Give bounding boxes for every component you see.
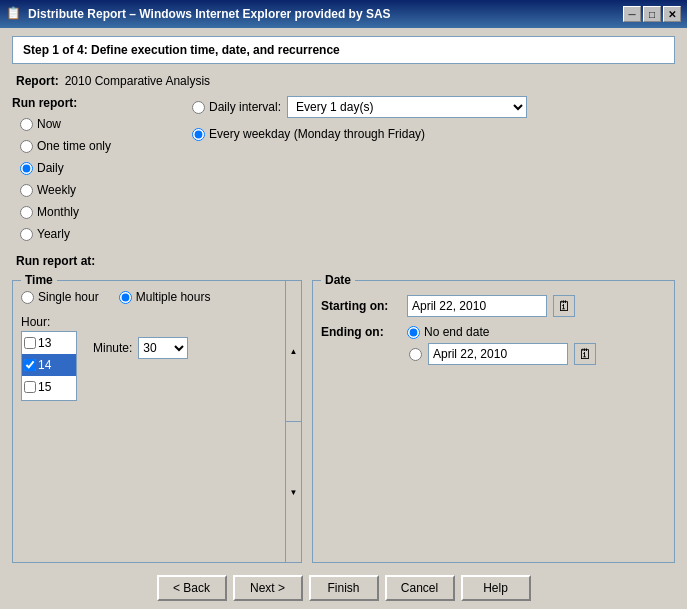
- minute-select[interactable]: 30 00 15 45: [138, 337, 188, 359]
- minute-label: Minute:: [93, 341, 132, 355]
- ending-date-row: 🗓: [409, 343, 596, 365]
- starting-row: Starting on: 🗓: [321, 295, 666, 317]
- weekday-label: Every weekday (Monday through Friday): [209, 127, 425, 141]
- hour-15-checkbox[interactable]: [24, 381, 36, 393]
- report-row: Report: 2010 Comparative Analysis: [12, 74, 675, 88]
- radio-no-end-input[interactable]: [407, 326, 420, 339]
- radio-single-hour[interactable]: Single hour: [21, 287, 99, 307]
- radio-daily-input[interactable]: [20, 162, 33, 175]
- time-group: Time Single hour Multiple hours Hour:: [12, 280, 302, 563]
- hour-item-15[interactable]: 15: [22, 376, 76, 398]
- report-label: Report:: [16, 74, 59, 88]
- radio-weekly-label: Weekly: [37, 183, 76, 197]
- hour-13-checkbox[interactable]: [24, 337, 36, 349]
- starting-date-input[interactable]: [407, 295, 547, 317]
- radio-weekly[interactable]: Weekly: [20, 180, 172, 200]
- radio-weekday-input[interactable]: [192, 128, 205, 141]
- cancel-button[interactable]: Cancel: [385, 575, 455, 601]
- radio-one-time[interactable]: One time only: [20, 136, 172, 156]
- run-report-radio-group: Now One time only Daily Weekly Monthly: [20, 114, 172, 244]
- hour-item-14[interactable]: 14: [22, 354, 76, 376]
- radio-daily[interactable]: Daily: [20, 158, 172, 178]
- radio-multiple-hours-input[interactable]: [119, 291, 132, 304]
- radio-monthly-label: Monthly: [37, 205, 79, 219]
- radio-one-time-label: One time only: [37, 139, 111, 153]
- radio-yearly-label: Yearly: [37, 227, 70, 241]
- weekday-interval-row: Every weekday (Monday through Friday): [192, 124, 675, 144]
- next-button[interactable]: Next >: [233, 575, 303, 601]
- finish-button[interactable]: Finish: [309, 575, 379, 601]
- radio-one-time-input[interactable]: [20, 140, 33, 153]
- daily-interval-select[interactable]: Every 1 day(s): [287, 96, 527, 118]
- back-button[interactable]: < Back: [157, 575, 227, 601]
- hour-15-value: 15: [38, 380, 51, 394]
- close-button[interactable]: ✕: [663, 6, 681, 22]
- ending-calendar-button[interactable]: 🗓: [574, 343, 596, 365]
- radio-weekly-input[interactable]: [20, 184, 33, 197]
- starting-calendar-button[interactable]: 🗓: [553, 295, 575, 317]
- radio-monthly[interactable]: Monthly: [20, 202, 172, 222]
- time-group-legend: Time: [21, 273, 57, 287]
- date-group-legend: Date: [321, 273, 355, 287]
- time-top-row: Single hour Multiple hours: [21, 287, 293, 307]
- footer: < Back Next > Finish Cancel Help: [12, 563, 675, 601]
- radio-monthly-input[interactable]: [20, 206, 33, 219]
- radio-yearly[interactable]: Yearly: [20, 224, 172, 244]
- maximize-button[interactable]: □: [643, 6, 661, 22]
- radio-now[interactable]: Now: [20, 114, 172, 134]
- hour-scroll-up[interactable]: ▲: [286, 281, 301, 422]
- daily-interval-label: Daily interval:: [209, 100, 281, 114]
- single-hour-label: Single hour: [38, 290, 99, 304]
- radio-now-label: Now: [37, 117, 61, 131]
- hour-scroll-down[interactable]: ▼: [286, 422, 301, 562]
- radio-end-date-input[interactable]: [409, 348, 422, 361]
- hour-list[interactable]: 13 14 15: [21, 331, 77, 401]
- hour-14-checkbox[interactable]: [24, 359, 36, 371]
- no-end-label: No end date: [424, 325, 489, 339]
- run-report-at-label: Run report at:: [12, 254, 675, 268]
- ending-row: Ending on: No end date 🗓: [321, 325, 666, 365]
- daily-interval-row: Daily interval: Every 1 day(s): [192, 96, 675, 118]
- radio-single-hour-input[interactable]: [21, 291, 34, 304]
- multiple-hours-label: Multiple hours: [136, 290, 211, 304]
- hour-scroll: ▲ ▼: [285, 281, 301, 562]
- hour-14-value: 14: [38, 358, 51, 372]
- radio-daily-interval-input[interactable]: [192, 101, 205, 114]
- step-header: Step 1 of 4: Define execution time, date…: [12, 36, 675, 64]
- interval-section: Daily interval: Every 1 day(s) Every wee…: [192, 96, 675, 244]
- title-bar-buttons: ─ □ ✕: [623, 6, 681, 22]
- radio-yearly-input[interactable]: [20, 228, 33, 241]
- ending-date-input[interactable]: [428, 343, 568, 365]
- run-report-section: Run report: Now One time only Daily Week…: [12, 96, 172, 244]
- radio-now-input[interactable]: [20, 118, 33, 131]
- step-header-text: Step 1 of 4: Define execution time, date…: [23, 43, 340, 57]
- ending-options: No end date 🗓: [407, 325, 596, 365]
- dialog-body: Step 1 of 4: Define execution time, date…: [0, 28, 687, 609]
- bottom-section: Time Single hour Multiple hours Hour:: [12, 274, 675, 563]
- title-bar: 📋 Distribute Report – Windows Internet E…: [0, 0, 687, 28]
- radio-no-end-date[interactable]: No end date: [407, 325, 596, 339]
- run-report-label: Run report:: [12, 96, 172, 110]
- app-icon: 📋: [6, 6, 22, 22]
- help-button[interactable]: Help: [461, 575, 531, 601]
- report-value: 2010 Comparative Analysis: [65, 74, 210, 88]
- radio-daily-interval[interactable]: Daily interval:: [192, 97, 281, 117]
- radio-weekday[interactable]: Every weekday (Monday through Friday): [192, 124, 425, 144]
- radio-daily-label: Daily: [37, 161, 64, 175]
- hour-item-13[interactable]: 13: [22, 332, 76, 354]
- starting-label: Starting on:: [321, 299, 401, 313]
- date-group: Date Starting on: 🗓 Ending on: No end da…: [312, 280, 675, 563]
- hour-list-container: 13 14 15 ▲: [21, 331, 77, 401]
- minimize-button[interactable]: ─: [623, 6, 641, 22]
- title-bar-text: Distribute Report – Windows Internet Exp…: [28, 7, 623, 21]
- hour-section: Hour: 13 14: [21, 315, 77, 401]
- hour-label: Hour:: [21, 315, 77, 329]
- top-section: Run report: Now One time only Daily Week…: [12, 96, 675, 244]
- time-bottom-row: Hour: 13 14: [21, 315, 293, 401]
- minute-section: Minute: 30 00 15 45: [93, 337, 188, 359]
- hour-13-value: 13: [38, 336, 51, 350]
- ending-label: Ending on:: [321, 325, 401, 339]
- radio-multiple-hours[interactable]: Multiple hours: [119, 287, 211, 307]
